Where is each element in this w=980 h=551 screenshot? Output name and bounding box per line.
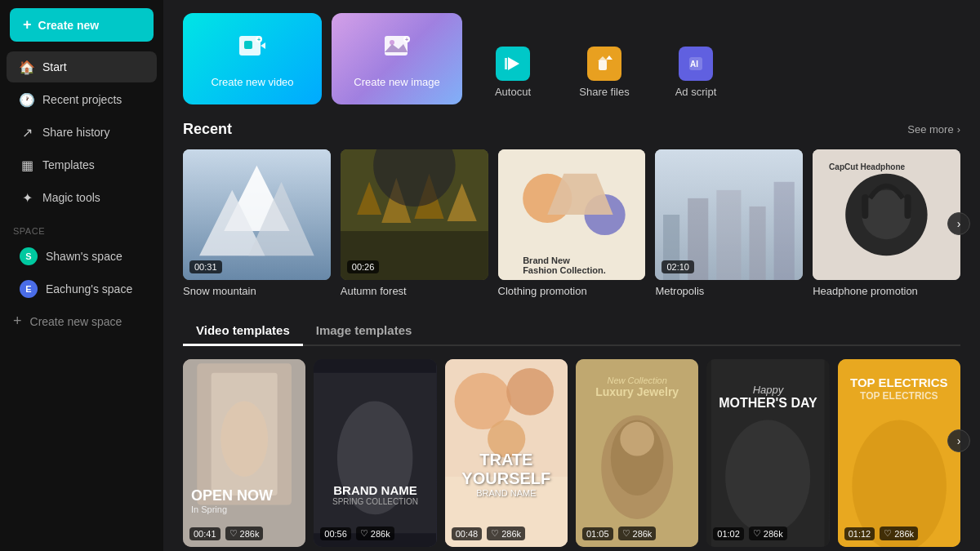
- template-thumb-1: OPEN NOW In Spring 00:41 ♡ 286k: [183, 359, 305, 547]
- eachung-avatar: E: [20, 280, 38, 298]
- space-section-label: SPACE: [0, 215, 163, 239]
- template-thumb-3: TRATE YOURSELF BRAND NAME 00:48 ♡ 286k: [445, 359, 568, 547]
- sidebar-item-templates-label: Templates: [42, 158, 95, 171]
- svg-text:AI: AI: [690, 60, 698, 69]
- template-thumb-2: BRAND NAME SPRING COLLECTION 00:56 ♡ 286…: [314, 359, 436, 547]
- ad-script-card[interactable]: AI Ad script: [655, 40, 737, 104]
- recent-next-arrow[interactable]: ›: [947, 212, 970, 235]
- template-thumb-4: New Collection Luxury Jewelry 01:05 ♡ 28…: [576, 359, 698, 547]
- svg-text:CapCut Headphone: CapCut Headphone: [829, 162, 905, 171]
- svg-text:Fashion Collection.: Fashion Collection.: [523, 265, 606, 275]
- sidebar-item-recent[interactable]: 🕐 Recent projects: [7, 84, 157, 115]
- space-item-eachung[interactable]: E Eachung's space: [7, 273, 157, 304]
- templates-tabs: Video templates Image templates: [183, 317, 960, 346]
- svg-point-61: [620, 422, 654, 456]
- create-space-label: Create new space: [30, 315, 122, 328]
- svg-rect-38: [750, 207, 766, 280]
- clothing-title: Clothing promotion: [498, 285, 646, 297]
- svg-text:Brand New: Brand New: [523, 256, 570, 265]
- autocut-label: Autocut: [495, 86, 531, 98]
- template-badge-1: 00:41 ♡ 286k: [189, 527, 263, 540]
- svg-rect-12: [599, 60, 607, 70]
- template-card-5[interactable]: Happy MOTHER'S DAY 01:02 ♡ 286k Minimali…: [706, 359, 829, 551]
- forest-thumb: 00:26: [341, 149, 488, 280]
- recent-card-forest[interactable]: 00:26 Autumn forest: [341, 149, 488, 297]
- template-card-2[interactable]: BRAND NAME SPRING COLLECTION 00:56 ♡ 286…: [314, 359, 436, 551]
- autocut-icon: [496, 47, 530, 81]
- main-content: + Create new video + Create new image: [163, 0, 980, 551]
- autocut-card[interactable]: Autocut: [472, 40, 554, 104]
- svg-marker-1: [261, 42, 265, 49]
- share-files-card[interactable]: Share files: [564, 40, 645, 104]
- snow-thumb: 00:31: [183, 149, 331, 280]
- sidebar-item-share-label: Share history: [42, 126, 109, 139]
- create-image-label: Create new image: [354, 76, 440, 88]
- action-cards: + Create new video + Create new image: [183, 0, 960, 121]
- sidebar-item-magic[interactable]: ✦ Magic tools: [7, 182, 157, 213]
- template-cards: OPEN NOW In Spring 00:41 ♡ 286k Collecti…: [183, 359, 960, 551]
- svg-text:+: +: [405, 37, 408, 42]
- create-space-plus-icon: +: [13, 313, 22, 330]
- headphone-title: Headphone promotion: [813, 285, 960, 297]
- sidebar-item-magic-label: Magic tools: [42, 191, 100, 204]
- template-badge-4: 01:05 ♡ 286k: [582, 527, 656, 540]
- recent-card-clothing[interactable]: Brand New Fashion Collection. Clothing p…: [498, 149, 646, 297]
- video-card-icon: +: [236, 29, 269, 68]
- template-thumb-6: TOP ELECTRICS TOP ELECTRICS 01:12 ♡ 286k: [838, 359, 960, 547]
- create-video-label: Create new video: [211, 76, 293, 88]
- eachung-space-label: Eachung's space: [46, 282, 132, 295]
- template-next-arrow[interactable]: ›: [947, 429, 970, 452]
- tab-image-templates[interactable]: Image templates: [303, 317, 425, 346]
- recent-card-metro[interactable]: 02:10 Metropolis: [655, 149, 803, 297]
- svg-point-64: [725, 420, 810, 534]
- svg-marker-14: [606, 56, 612, 60]
- template-card-6[interactable]: TOP ELECTRICS TOP ELECTRICS 01:12 ♡ 286k…: [838, 359, 960, 551]
- template-badge-6: 01:12 ♡ 286k: [844, 527, 918, 540]
- sidebar-item-recent-label: Recent projects: [42, 93, 122, 106]
- grid-icon: ▦: [20, 158, 34, 172]
- share-files-label: Share files: [579, 86, 629, 98]
- share-icon: ↗: [20, 125, 34, 140]
- image-card-icon: +: [381, 29, 413, 68]
- recent-card-headphone[interactable]: CapCut Headphone Headphone promotion: [813, 149, 960, 297]
- create-space-item[interactable]: + Create new space: [0, 306, 163, 336]
- headphone-thumb: CapCut Headphone: [813, 149, 960, 280]
- create-image-card[interactable]: + Create new image: [332, 13, 462, 104]
- svg-marker-13: [598, 56, 608, 61]
- recent-cards: 00:31 Snow mountain 00:26 Autumn forest: [183, 149, 960, 297]
- recent-card-snow[interactable]: 00:31 Snow mountain: [183, 149, 331, 297]
- sidebar-item-share[interactable]: ↗ Share history: [7, 117, 157, 148]
- svg-text:+: +: [257, 37, 261, 42]
- create-new-button[interactable]: + Create new: [10, 8, 154, 42]
- sidebar-item-start[interactable]: 🏠 Start: [7, 51, 157, 82]
- svg-rect-39: [774, 182, 795, 280]
- sidebar-item-templates[interactable]: ▦ Templates: [7, 149, 157, 180]
- home-icon: 🏠: [20, 60, 34, 74]
- template-card-4[interactable]: New Collection Luxury Jewelry 01:05 ♡ 28…: [576, 359, 698, 551]
- shawn-space-label: Shawn's space: [46, 250, 122, 263]
- svg-rect-2: [244, 41, 252, 49]
- metro-title: Metropolis: [655, 285, 803, 297]
- metro-thumb: 02:10: [655, 149, 803, 280]
- clothing-thumb: Brand New Fashion Collection.: [498, 149, 646, 280]
- svg-point-55: [506, 368, 554, 415]
- svg-marker-10: [508, 57, 519, 70]
- ad-script-label: Ad script: [675, 86, 717, 98]
- template-card-3[interactable]: TRATE YOURSELF BRAND NAME 00:48 ♡ 286k C…: [445, 359, 568, 551]
- see-more-recent[interactable]: See more ›: [907, 123, 960, 136]
- clock-icon: 🕐: [20, 92, 34, 107]
- space-item-shawn[interactable]: S Shawn's space: [7, 241, 157, 272]
- plus-icon: +: [23, 16, 32, 33]
- template-card-1[interactable]: OPEN NOW In Spring 00:41 ♡ 286k Collecti…: [183, 359, 305, 551]
- svg-rect-44: [905, 194, 911, 219]
- ad-script-icon: AI: [679, 47, 713, 81]
- metro-duration: 02:10: [662, 260, 694, 273]
- sidebar: + Create new 🏠 Start 🕐 Recent projects ↗…: [0, 0, 163, 551]
- template-badge-5: 01:02 ♡ 286k: [713, 527, 786, 540]
- tab-video-templates[interactable]: Video templates: [183, 317, 303, 346]
- svg-rect-43: [862, 194, 868, 219]
- create-video-card[interactable]: + Create new video: [183, 13, 322, 104]
- template-badge-3: 00:48 ♡ 286k: [452, 527, 525, 540]
- forest-duration: 00:26: [347, 260, 380, 273]
- svg-rect-37: [717, 190, 742, 280]
